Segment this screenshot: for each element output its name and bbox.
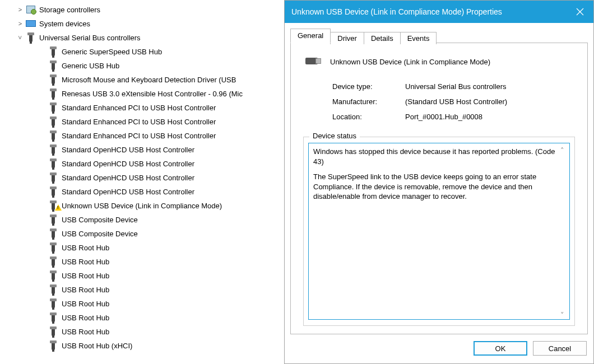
tab-driver[interactable]: Driver bbox=[330, 32, 364, 44]
location-value: Port_#0001.Hub_#0008 bbox=[405, 113, 575, 121]
tree-item-label: USB Root Hub bbox=[62, 243, 109, 252]
tree-item-label: USB Composite Device bbox=[62, 215, 138, 224]
usb-icon bbox=[47, 144, 59, 155]
chevron-down-icon[interactable]: > bbox=[16, 34, 25, 41]
tab-label: General bbox=[298, 31, 323, 40]
usb-icon bbox=[47, 172, 59, 183]
usb-icon bbox=[47, 284, 59, 295]
tab-events[interactable]: Events bbox=[400, 32, 437, 44]
usb-icon bbox=[47, 130, 59, 141]
tree-item-label: USB Root Hub bbox=[62, 313, 109, 322]
usb-icon bbox=[47, 102, 59, 113]
ok-button[interactable]: OK bbox=[474, 341, 527, 356]
tree-item-label: Unknown USB Device (Link in Compliance M… bbox=[62, 201, 222, 210]
device-name: Unknown USB Device (Link in Compliance M… bbox=[330, 58, 490, 66]
tree-item-label: Generic USB Hub bbox=[62, 61, 119, 70]
scroll-up-icon[interactable]: ˄ bbox=[560, 146, 567, 152]
tree-item-label: Standard Enhanced PCI to USB Host Contro… bbox=[62, 131, 216, 140]
usb-icon bbox=[47, 312, 59, 323]
storage-icon bbox=[25, 4, 37, 15]
warning-icon bbox=[55, 204, 62, 211]
tree-item-label: Microsoft Mouse and Keyboard Detection D… bbox=[62, 75, 236, 84]
tree-item-label: Universal Serial Bus controllers bbox=[39, 33, 141, 42]
tree-item-label: Standard OpenHCD USB Host Controller bbox=[62, 159, 194, 168]
cancel-button[interactable]: Cancel bbox=[533, 341, 587, 356]
usb-icon bbox=[47, 74, 59, 85]
tree-item-label: USB Root Hub bbox=[62, 327, 109, 336]
device-status-text[interactable]: Windows has stopped this device because … bbox=[308, 143, 570, 320]
usb-icon bbox=[47, 116, 59, 127]
system-icon bbox=[25, 18, 37, 29]
usb-icon bbox=[47, 88, 59, 99]
dialog-title: Unknown USB Device (Link in Compliance M… bbox=[291, 7, 567, 16]
tree-item-label: Standard OpenHCD USB Host Controller bbox=[62, 173, 194, 182]
usb-icon bbox=[47, 228, 59, 239]
device-type-label: Device type: bbox=[332, 82, 405, 91]
usb-icon bbox=[47, 298, 59, 309]
usb-icon bbox=[47, 256, 59, 267]
tree-item-label: USB Root Hub (xHCI) bbox=[62, 341, 132, 350]
button-label: Cancel bbox=[549, 344, 571, 353]
device-status-legend: Device status bbox=[309, 132, 360, 140]
tab-general[interactable]: General bbox=[290, 29, 331, 43]
usb-icon bbox=[47, 46, 59, 57]
tab-label: Driver bbox=[337, 34, 357, 43]
tree-item-label: USB Root Hub bbox=[62, 257, 109, 266]
tree-item-label: Generic SuperSpeed USB Hub bbox=[62, 47, 162, 56]
tab-details[interactable]: Details bbox=[364, 32, 401, 44]
close-button[interactable] bbox=[567, 1, 593, 23]
properties-dialog: Unknown USB Device (Link in Compliance M… bbox=[284, 0, 594, 364]
status-line: The SuperSpeed link to the USB device ke… bbox=[313, 172, 559, 202]
usb-icon bbox=[25, 32, 37, 43]
usb-icon bbox=[47, 242, 59, 253]
tab-label: Events bbox=[407, 34, 430, 43]
usb-plug-icon bbox=[303, 55, 322, 68]
chevron-right-icon[interactable]: > bbox=[16, 6, 25, 13]
usb-icon bbox=[47, 340, 59, 351]
tab-label: Details bbox=[371, 34, 393, 43]
usb-icon bbox=[47, 214, 59, 225]
usb-icon bbox=[47, 326, 59, 337]
tree-item-label: USB Root Hub bbox=[62, 271, 109, 280]
tabstrip: General Driver Details Events bbox=[290, 29, 588, 43]
tab-panel-general: Unknown USB Device (Link in Compliance M… bbox=[290, 43, 588, 334]
tree-item-label: Standard Enhanced PCI to USB Host Contro… bbox=[62, 117, 216, 126]
manufacturer-label: Manufacturer: bbox=[332, 97, 405, 106]
usb-icon bbox=[47, 60, 59, 71]
usb-icon bbox=[47, 186, 59, 197]
tree-item-label: Standard Enhanced PCI to USB Host Contro… bbox=[62, 103, 216, 112]
chevron-right-icon[interactable]: > bbox=[16, 20, 25, 27]
dialog-titlebar[interactable]: Unknown USB Device (Link in Compliance M… bbox=[285, 1, 593, 23]
usb-icon bbox=[47, 270, 59, 281]
device-type-value: Universal Serial Bus controllers bbox=[405, 82, 575, 91]
manufacturer-value: (Standard USB Host Controller) bbox=[405, 97, 575, 106]
tree-item-label: USB Root Hub bbox=[62, 285, 109, 294]
tree-item-label: USB Root Hub bbox=[62, 299, 109, 308]
tree-item-label: Storage controllers bbox=[39, 5, 100, 14]
location-label: Location: bbox=[332, 113, 405, 121]
device-status-group: Device status Windows has stopped this d… bbox=[303, 137, 575, 326]
tree-item-label: Standard OpenHCD USB Host Controller bbox=[62, 145, 194, 154]
tree-item-label: USB Composite Device bbox=[62, 229, 138, 238]
tree-item-label: Standard OpenHCD USB Host Controller bbox=[62, 187, 194, 196]
button-label: OK bbox=[495, 344, 506, 353]
tree-item-label: System devices bbox=[39, 19, 90, 28]
status-line: Windows has stopped this device because … bbox=[313, 147, 559, 166]
tree-item-label: Renesas USB 3.0 eXtensible Host Controll… bbox=[62, 89, 243, 98]
scroll-down-icon[interactable]: ˅ bbox=[560, 310, 567, 317]
usb-icon bbox=[47, 158, 59, 169]
close-icon bbox=[576, 8, 584, 16]
